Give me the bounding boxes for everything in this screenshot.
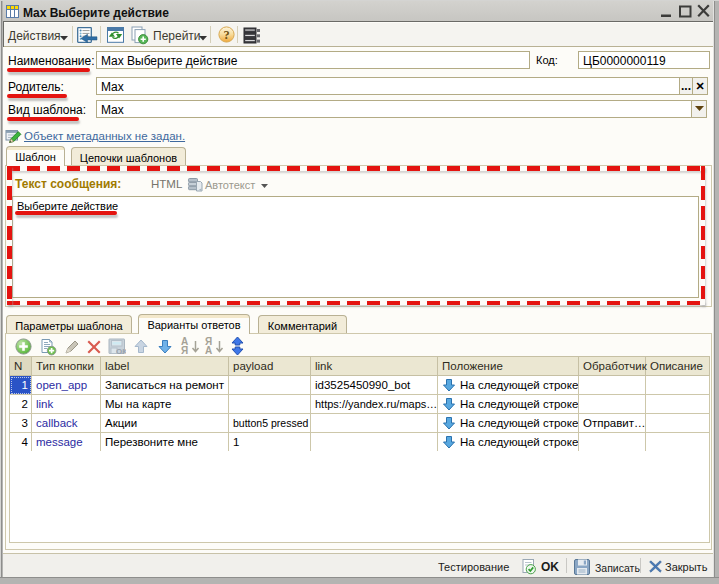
svg-text:ОК: ОК	[116, 347, 126, 356]
svg-text:?: ?	[223, 28, 229, 42]
